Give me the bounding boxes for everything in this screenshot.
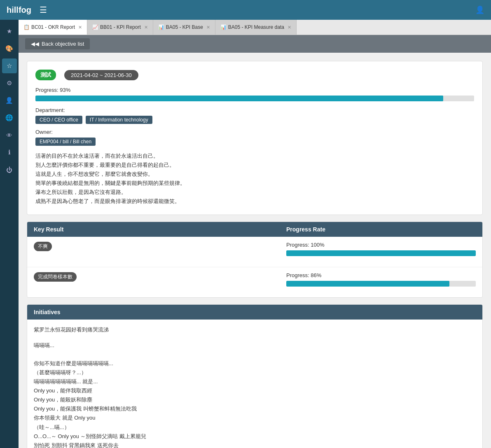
- key-result-section: Key Result Progress Rate 不爽 Progress: 10…: [27, 222, 483, 298]
- kr-badge: 不爽: [34, 242, 52, 251]
- kr-row: 不爽 Progress: 100%: [27, 237, 482, 267]
- tab-close-bc01[interactable]: ✕: [78, 25, 82, 30]
- description-line: 別人怎麼評價你都不重要，最重要的是自己得看的起自己。: [35, 161, 474, 170]
- kr-progress-bar-container: [286, 250, 476, 256]
- department-label: Department:: [35, 107, 474, 113]
- objective-progress-bar-container: [35, 96, 474, 101]
- tab-icon-ba05-measure: 📊: [220, 24, 227, 30]
- tab-label-bc01: BC01 - OKR Report: [31, 24, 75, 30]
- tab-close-bb01[interactable]: ✕: [144, 25, 148, 30]
- person-icon[interactable]: 👤: [2, 93, 17, 108]
- dept-tag: CEO / CEO office: [35, 116, 82, 124]
- tab-icon-bc01: 📋: [23, 24, 30, 30]
- tab-bb01[interactable]: 📈BB01 - KPI Report✕: [87, 20, 153, 35]
- star-filled-icon[interactable]: ★: [2, 24, 17, 39]
- kr-progress-bar-fill: [286, 281, 449, 287]
- kr-name-col: 不爽: [34, 242, 286, 253]
- kr-row: 完成問卷樣本數 Progress: 86%: [27, 267, 482, 297]
- tabs-bar: 📋BC01 - OKR Report✕📈BB01 - KPI Report✕📊B…: [19, 20, 491, 35]
- key-result-header: Key Result Progress Rate: [27, 222, 482, 237]
- power-icon[interactable]: ⏻: [2, 162, 17, 177]
- gear-icon[interactable]: ⚙: [2, 76, 17, 91]
- kr-header-label: Key Result: [34, 226, 286, 233]
- tab-icon-ba05-base: 📊: [158, 24, 164, 30]
- owner-label: Owner:: [35, 129, 474, 135]
- tab-label-bb01: BB01 - KPI Report: [100, 24, 141, 30]
- sidebar: ★🎨☆⚙👤🌐👁ℹ⏻: [0, 20, 19, 448]
- dept-tag: IT / Information technology: [86, 116, 152, 124]
- initiatives-content: 紫罗兰永恒花园好看到痛哭流涕嗝嗝嗝...你知不知道什麼是嗝嗝嗝嗝嗝嗝...（甚麼…: [27, 320, 482, 448]
- tab-ba05-base[interactable]: 📊BA05 - KPI Base✕: [153, 20, 215, 35]
- objective-date-range: 2021-04-02 ~ 2021-06-30: [64, 70, 138, 80]
- description-line: 簡單的事後繞結都是無用的，關鍵是事前能夠預期的某些規律。: [35, 179, 474, 188]
- kr-progress-bar-fill: [286, 250, 476, 256]
- kr-progress-col: Progress: 100%: [286, 242, 476, 262]
- kr-rows: 不爽 Progress: 100% 完成問卷樣本數 Progress: 86%: [27, 237, 482, 297]
- kr-progress-label: Progress: 100%: [286, 242, 476, 248]
- tab-label-ba05-base: BA05 - KPI Base: [166, 24, 203, 30]
- tab-close-ba05-base[interactable]: ✕: [206, 25, 210, 30]
- description-line: 活著的目的不在於永遠活著，而在於永遠活出自己。: [35, 152, 474, 161]
- back-arrow-icon: ◀◀: [31, 41, 39, 47]
- department-tags: CEO / CEO officeIT / Information technol…: [35, 116, 474, 124]
- tab-close-ba05-measure[interactable]: ✕: [288, 25, 291, 30]
- globe-icon[interactable]: 🌐: [2, 110, 17, 125]
- description-line: 瀑布之所以壯觀，是因為它沒有退路。: [35, 188, 474, 197]
- objective-description: 活著的目的不在於永遠活著，而在於永遠活出自己。別人怎麼評價你都不重要，最重要的是…: [35, 152, 474, 206]
- tab-icon-bb01: 📈: [92, 24, 98, 30]
- kr-name-col: 完成問卷樣本數: [34, 272, 286, 283]
- owner-tag: EMP004 / bill / Bill chen: [35, 138, 96, 146]
- back-button-label: Back objective list: [42, 41, 84, 47]
- app-logo: hillfog: [7, 5, 31, 15]
- initiative-item: 嗝嗝嗝...你知不知道什麼是嗝嗝嗝嗝嗝嗝...（甚麼嗝嗝嗝呀？...）嗝嗝嗝嗝嗝…: [34, 341, 476, 448]
- kr-progress-bar-container: [286, 281, 476, 287]
- content-area: 測試 2021-04-02 ~ 2021-06-30 Progress: 93%…: [19, 53, 491, 448]
- info-icon[interactable]: ℹ: [2, 145, 17, 160]
- tab-bc01[interactable]: 📋BC01 - OKR Report✕: [19, 20, 87, 35]
- initiative-item: 紫罗兰永恒花园好看到痛哭流涕: [34, 325, 476, 334]
- palette-icon[interactable]: 🎨: [2, 41, 17, 56]
- progress-header-label: Progress Rate: [286, 226, 476, 233]
- objective-status-badge: 測試: [35, 70, 56, 80]
- tab-label-ba05-measure: BA05 - KPI Measure data: [228, 24, 284, 30]
- initiatives-header: Initiatives: [27, 305, 482, 320]
- top-nav: hillfog ☰ 👤: [0, 0, 491, 20]
- kr-progress-col: Progress: 86%: [286, 272, 476, 292]
- user-menu[interactable]: 👤: [475, 5, 484, 14]
- initiatives-section: Initiatives 紫罗兰永恒花园好看到痛哭流涕嗝嗝嗝...你知不知道什麼是…: [27, 304, 483, 448]
- description-line: 這就是人生，你不想改變它，那麼它就會改變你。: [35, 170, 474, 179]
- description-line: 成熟不是因為心態老了，而是眼角排著淚的時候卻還能微笑。: [35, 197, 474, 206]
- kr-progress-label: Progress: 86%: [286, 272, 476, 278]
- objective-progress-bar-fill: [35, 96, 443, 101]
- eye-icon[interactable]: 👁: [2, 128, 17, 142]
- initiatives-header-label: Initiatives: [34, 309, 61, 315]
- main-area: 📋BC01 - OKR Report✕📈BB01 - KPI Report✕📊B…: [19, 20, 491, 448]
- objective-header: 測試 2021-04-02 ~ 2021-06-30: [35, 70, 474, 80]
- objective-progress-label: Progress: 93%: [35, 87, 474, 93]
- hamburger-menu[interactable]: ☰: [40, 5, 47, 15]
- back-bar: ◀◀ Back objective list: [19, 35, 491, 53]
- objective-card: 測試 2021-04-02 ~ 2021-06-30 Progress: 93%…: [27, 61, 483, 215]
- star-outline-icon[interactable]: ☆: [2, 58, 17, 73]
- tab-ba05-measure[interactable]: 📊BA05 - KPI Measure data✕: [215, 20, 297, 35]
- back-button[interactable]: ◀◀ Back objective list: [25, 38, 90, 49]
- kr-badge: 完成問卷樣本數: [34, 272, 77, 282]
